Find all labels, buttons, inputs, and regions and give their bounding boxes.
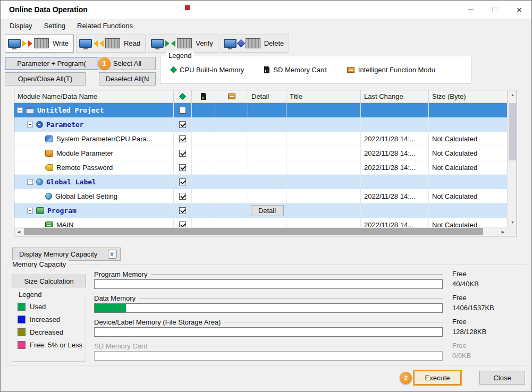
collapse-toggle[interactable] [17, 107, 23, 113]
detail-button[interactable]: Detail [251, 205, 284, 216]
header-sd-card[interactable] [192, 90, 215, 103]
menu-related-functions[interactable]: Related Functions [71, 20, 139, 31]
close-button[interactable] [507, 1, 531, 19]
vertical-scrollbar[interactable]: ▲ ▼ [508, 90, 517, 227]
close-dialog-button[interactable]: Close [479, 371, 525, 385]
sd-card-icon [264, 66, 269, 73]
pc-icon [79, 39, 92, 48]
row-checkbox[interactable] [179, 121, 186, 128]
header-detail[interactable]: Detail [248, 90, 286, 103]
window-controls [458, 1, 531, 19]
scroll-down-arrow[interactable]: ▼ [508, 218, 517, 227]
table-row-remote-password[interactable]: Remote Password 2022/11/28 14:... Not Ca… [14, 160, 508, 175]
read-button[interactable]: Read [76, 35, 146, 53]
verify-icon [151, 38, 192, 48]
table-row-program[interactable]: Program Detail [14, 203, 508, 218]
table-row-global-label[interactable]: Global Label [14, 175, 508, 189]
collapse-toggle[interactable] [27, 208, 33, 214]
window-title: Online Data Operation [9, 5, 88, 14]
legend-sd-card: SD Memory Card [264, 66, 326, 74]
free-value: 0/0KB [452, 351, 521, 360]
verify-label: Verify [196, 39, 213, 47]
plc-icon [34, 38, 49, 48]
scroll-left-arrow[interactable]: ◀ [14, 227, 23, 236]
table-row-module-parameter[interactable]: Module Parameter 2022/11/28 14:... Not C… [14, 146, 508, 160]
program-memory-group: Program Memory Free 40/40KB [94, 269, 521, 289]
row-checkbox[interactable] [179, 107, 186, 114]
vertical-scroll-thumb[interactable] [509, 103, 516, 160]
write-icon [8, 38, 49, 48]
header-module-name[interactable]: Module Name/Data Name [14, 90, 174, 103]
global-label-icon [36, 178, 43, 185]
data-table: Module Name/Data Name Detail Title Last … [14, 90, 517, 236]
display-memory-capacity-button[interactable]: Display Memory Capacity [12, 248, 121, 261]
header-title[interactable]: Title [286, 90, 361, 103]
verify-button[interactable]: Verify [148, 35, 218, 53]
free-value: 40/40KB [452, 279, 521, 288]
header-cpu-memory[interactable] [174, 90, 192, 103]
row-checkbox[interactable] [179, 164, 186, 171]
execute-button[interactable]: Execute [414, 371, 461, 385]
horizontal-scrollbar[interactable]: ◀ ▶ [14, 227, 508, 236]
memory-bars: Program Memory Free 40/40KB Data Memory [94, 269, 521, 365]
divider [151, 274, 443, 275]
menu-bar: Display Setting Related Functions [1, 19, 531, 32]
legend-used: Used [18, 303, 86, 311]
decreased-label: Decreased [30, 328, 63, 336]
table-row-untitled-project[interactable]: Untitled Project [14, 103, 508, 117]
scrollbar-corner [508, 227, 517, 236]
online-data-operation-dialog: Online Data Operation Display Setting Re… [0, 0, 532, 392]
table-row-parameter[interactable]: Parameter [14, 117, 508, 132]
row-checkbox[interactable] [179, 150, 186, 157]
scroll-right-arrow[interactable]: ▶ [499, 227, 508, 236]
intelligent-module-icon [347, 67, 354, 73]
row-checkbox[interactable] [179, 135, 186, 142]
horizontal-scroll-thumb[interactable] [24, 228, 483, 235]
header-size[interactable]: Size (Byte) [429, 90, 508, 103]
free-caption: Free [452, 269, 521, 279]
main-program-icon [45, 221, 53, 227]
collapse-toggle[interactable] [27, 179, 33, 185]
maximize-button[interactable] [483, 1, 507, 19]
red-marker-icon [185, 5, 190, 10]
table-row-main[interactable]: MAIN 2022/11/28 14... Not Calculated [14, 218, 508, 227]
table-row-global-label-setting[interactable]: Global Label Setting 2022/11/28 14:... N… [14, 189, 508, 203]
scroll-up-arrow[interactable]: ▲ [508, 90, 517, 99]
row-label: Untitled Project [37, 106, 104, 114]
table-row-system-parameter[interactable]: System Parameter/CPU Para... 2022/11/28 … [14, 132, 508, 146]
size-calculation-button[interactable]: Size Calculation [12, 275, 86, 287]
close-icon [516, 5, 522, 15]
step-1-badge: 1 [98, 57, 111, 70]
increased-label: Increased [30, 316, 60, 323]
legend-cpu-label: CPU Built-in Memory [180, 66, 244, 74]
delete-button[interactable]: Delete [221, 35, 290, 53]
row-checkbox[interactable] [179, 207, 186, 214]
minimize-button[interactable] [458, 1, 483, 19]
free-value: 1406/1537KB [452, 303, 521, 312]
table-body: Untitled Project Parameter [14, 103, 508, 227]
memory-capacity-group: Memory Capacity Size Calculation Legend … [6, 265, 527, 365]
menu-setting[interactable]: Setting [38, 20, 71, 31]
free-color-chip [18, 341, 26, 349]
row-checkbox[interactable] [179, 221, 186, 227]
header-last-change[interactable]: Last Change [361, 90, 429, 103]
parameter-program-button[interactable]: Parameter + Program( [5, 57, 98, 70]
maximize-icon [492, 7, 497, 12]
legend-group: Legend CPU Built-in Memory SD Memory Car… [160, 56, 471, 84]
device-label-memory-label: Device/Label Memory (File Storage Area) [94, 318, 221, 326]
header-intelligent-module[interactable] [215, 90, 248, 103]
data-memory-group: Data Memory Free 1406/1537KB [94, 293, 521, 313]
write-button[interactable]: Write [5, 35, 74, 53]
divider [224, 322, 443, 322]
plc-icon [177, 38, 192, 48]
table-header: Module Name/Data Name Detail Title Last … [14, 90, 508, 103]
menu-display[interactable]: Display [4, 20, 38, 31]
row-checkbox[interactable] [179, 193, 186, 200]
deselect-all-button[interactable]: Deselect All(N [99, 72, 156, 86]
open-close-all-button[interactable]: Open/Close All(T) [5, 72, 86, 86]
plc-icon [246, 38, 260, 48]
module-parameter-icon [45, 150, 53, 157]
row-checkbox[interactable] [179, 178, 186, 185]
free-caption: Free [452, 341, 521, 351]
collapse-toggle[interactable] [27, 122, 33, 127]
